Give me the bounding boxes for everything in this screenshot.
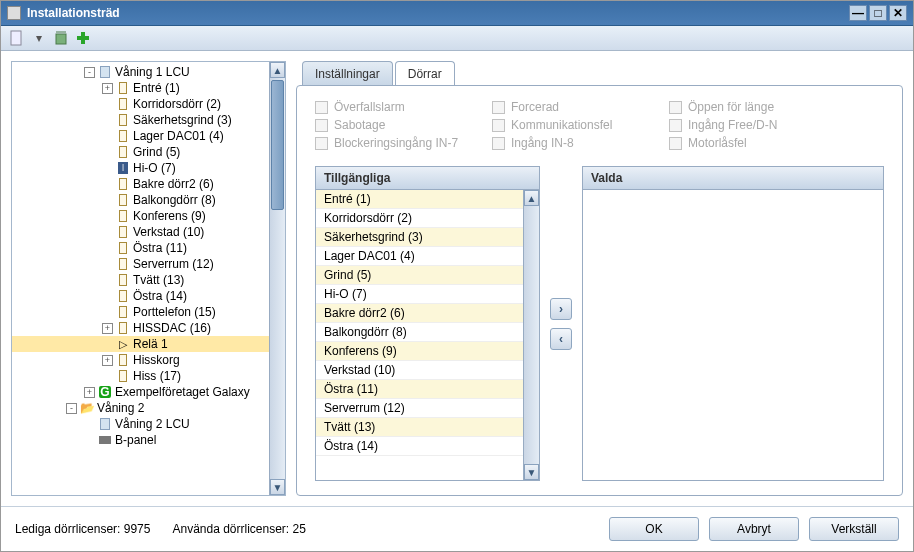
scroll-up-icon[interactable]: ▲ bbox=[524, 190, 539, 206]
tree-row[interactable]: ▷Relä 1 bbox=[12, 336, 285, 352]
tree-row[interactable]: Bakre dörr2 (6) bbox=[12, 176, 285, 192]
tab-doors[interactable]: Dörrar bbox=[395, 61, 455, 86]
list-item[interactable]: Östra (11) bbox=[316, 380, 523, 399]
tree-row[interactable]: Serverrum (12) bbox=[12, 256, 285, 272]
tree-label: Porttelefon (15) bbox=[133, 305, 216, 319]
available-scrollbar[interactable]: ▲ ▼ bbox=[523, 190, 539, 480]
list-item[interactable]: Lager DAC01 (4) bbox=[316, 247, 523, 266]
add-icon[interactable] bbox=[75, 30, 91, 46]
tree-row[interactable]: Konferens (9) bbox=[12, 208, 285, 224]
delete-icon[interactable] bbox=[53, 30, 69, 46]
checkbox-item: Ingång IN-8 bbox=[492, 136, 657, 150]
tree-label: HISSDAC (16) bbox=[133, 321, 211, 335]
new-icon[interactable] bbox=[9, 30, 25, 46]
tree-label: Grind (5) bbox=[133, 145, 180, 159]
tabs: Inställningar Dörrar bbox=[302, 61, 903, 86]
list-item[interactable]: Östra (14) bbox=[316, 437, 523, 456]
tree-row[interactable]: Verkstad (10) bbox=[12, 224, 285, 240]
tab-settings[interactable]: Inställningar bbox=[302, 61, 393, 86]
list-item[interactable]: Hi-O (7) bbox=[316, 285, 523, 304]
tree-row[interactable]: Tvätt (13) bbox=[12, 272, 285, 288]
tree-row[interactable]: |Hi-O (7) bbox=[12, 160, 285, 176]
minimize-button[interactable]: — bbox=[849, 5, 867, 21]
checkbox-label: Kommunikationsfel bbox=[511, 118, 612, 132]
door-icon bbox=[116, 81, 130, 95]
tree-row[interactable]: Porttelefon (15) bbox=[12, 304, 285, 320]
available-header: Tillgängliga bbox=[316, 167, 539, 190]
list-pair: Tillgängliga Entré (1)Korridorsdörr (2)S… bbox=[315, 166, 884, 481]
tree-label: Tvätt (13) bbox=[133, 273, 184, 287]
list-item[interactable]: Bakre dörr2 (6) bbox=[316, 304, 523, 323]
list-item[interactable]: Grind (5) bbox=[316, 266, 523, 285]
expander-icon bbox=[102, 371, 113, 382]
tree-label: Relä 1 bbox=[133, 337, 168, 351]
tree-label: Hi-O (7) bbox=[133, 161, 176, 175]
list-item[interactable]: Verkstad (10) bbox=[316, 361, 523, 380]
tree-row[interactable]: +Entré (1) bbox=[12, 80, 285, 96]
expander-icon[interactable]: + bbox=[102, 83, 113, 94]
scroll-up-icon[interactable]: ▲ bbox=[270, 62, 285, 78]
cancel-button[interactable]: Avbryt bbox=[709, 517, 799, 541]
ok-button[interactable]: OK bbox=[609, 517, 699, 541]
tree-row[interactable]: B-panel bbox=[12, 432, 285, 448]
list-item[interactable]: Konferens (9) bbox=[316, 342, 523, 361]
tree-row[interactable]: -Våning 1 LCU bbox=[12, 64, 285, 80]
scroll-down-icon[interactable]: ▼ bbox=[524, 464, 539, 480]
tree-label: Entré (1) bbox=[133, 81, 180, 95]
free-licenses: Lediga dörrlicenser: 9975 bbox=[15, 522, 150, 536]
apply-button[interactable]: Verkställ bbox=[809, 517, 899, 541]
tree-label: Säkerhetsgrind (3) bbox=[133, 113, 232, 127]
checkbox-label: Ingång IN-8 bbox=[511, 136, 574, 150]
main-area: -Våning 1 LCU+Entré (1)Korridorsdörr (2)… bbox=[1, 51, 913, 506]
tree-row[interactable]: Östra (11) bbox=[12, 240, 285, 256]
list-item[interactable]: Korridorsdörr (2) bbox=[316, 209, 523, 228]
list-item[interactable]: Entré (1) bbox=[316, 190, 523, 209]
tree-row[interactable]: -📂Våning 2 bbox=[12, 400, 285, 416]
tree-panel: -Våning 1 LCU+Entré (1)Korridorsdörr (2)… bbox=[11, 61, 286, 496]
scroll-thumb[interactable] bbox=[271, 80, 284, 210]
maximize-button[interactable]: □ bbox=[869, 5, 887, 21]
tree-row[interactable]: Hiss (17) bbox=[12, 368, 285, 384]
checkbox-item: Blockeringsingång IN-7 bbox=[315, 136, 480, 150]
expander-icon[interactable]: + bbox=[84, 387, 95, 398]
door-icon bbox=[116, 97, 130, 111]
tree-row[interactable]: Våning 2 LCU bbox=[12, 416, 285, 432]
expander-icon bbox=[102, 115, 113, 126]
tree-row[interactable]: Balkongdörr (8) bbox=[12, 192, 285, 208]
tree-row[interactable]: +HISSDAC (16) bbox=[12, 320, 285, 336]
scroll-down-icon[interactable]: ▼ bbox=[270, 479, 285, 495]
tree-scrollbar[interactable]: ▲ ▼ bbox=[269, 62, 285, 495]
tree-row[interactable]: Lager DAC01 (4) bbox=[12, 128, 285, 144]
checkbox-grid: ÖverfallslarmForceradÖppen för längeSabo… bbox=[315, 100, 884, 150]
tree-row[interactable]: Östra (14) bbox=[12, 288, 285, 304]
expander-icon bbox=[102, 163, 113, 174]
right-panel: Inställningar Dörrar ÖverfallslarmForcer… bbox=[296, 61, 903, 496]
tree-label: Hisskorg bbox=[133, 353, 180, 367]
dropdown-icon[interactable]: ▾ bbox=[31, 30, 47, 46]
close-button[interactable]: ✕ bbox=[889, 5, 907, 21]
expander-icon[interactable]: + bbox=[102, 355, 113, 366]
expander-icon[interactable]: + bbox=[102, 323, 113, 334]
tree-row[interactable]: Grind (5) bbox=[12, 144, 285, 160]
list-item[interactable]: Serverrum (12) bbox=[316, 399, 523, 418]
tree-row[interactable]: Korridorsdörr (2) bbox=[12, 96, 285, 112]
checkbox bbox=[669, 137, 682, 150]
list-item[interactable]: Balkongdörr (8) bbox=[316, 323, 523, 342]
tree-row[interactable]: +Hisskorg bbox=[12, 352, 285, 368]
move-left-button[interactable]: ‹ bbox=[550, 328, 572, 350]
door-icon bbox=[116, 193, 130, 207]
svg-rect-0 bbox=[11, 31, 21, 45]
list-item[interactable]: Säkerhetsgrind (3) bbox=[316, 228, 523, 247]
tree-row[interactable]: Säkerhetsgrind (3) bbox=[12, 112, 285, 128]
tree-label: Bakre dörr2 (6) bbox=[133, 177, 214, 191]
checkbox bbox=[492, 101, 505, 114]
door-icon bbox=[116, 145, 130, 159]
checkbox-item: Ingång Free/D-N bbox=[669, 118, 834, 132]
toolbar: ▾ bbox=[1, 26, 913, 51]
selected-header: Valda bbox=[583, 167, 883, 190]
expander-icon[interactable]: - bbox=[84, 67, 95, 78]
tree-row[interactable]: +GExempelföretaget Galaxy bbox=[12, 384, 285, 400]
expander-icon[interactable]: - bbox=[66, 403, 77, 414]
move-right-button[interactable]: › bbox=[550, 298, 572, 320]
list-item[interactable]: Tvätt (13) bbox=[316, 418, 523, 437]
